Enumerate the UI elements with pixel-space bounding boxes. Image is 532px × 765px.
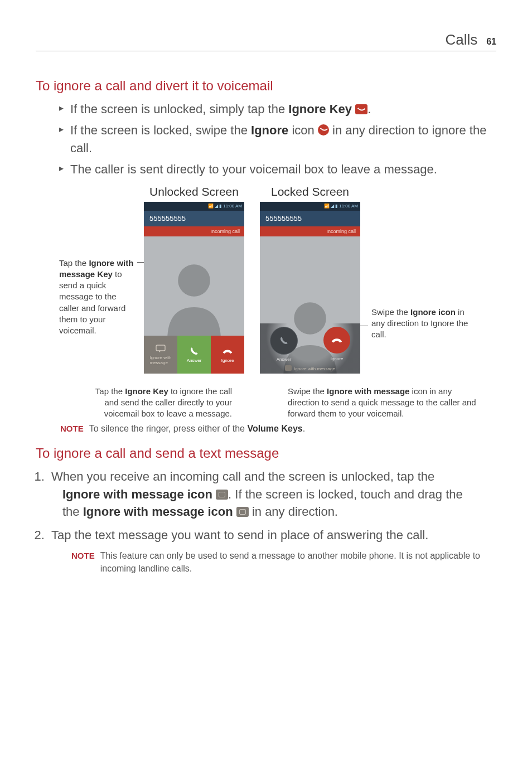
- status-time: 11:00 AM: [223, 204, 242, 209]
- page-header: Calls 61: [36, 31, 496, 51]
- message-icon: [285, 365, 292, 371]
- section-heading-text-message: To ignore a call and send a text message: [36, 446, 496, 461]
- ignore-label: Ignore: [323, 356, 350, 361]
- header-section: Calls: [445, 31, 477, 49]
- ignore-circle[interactable]: Ignore: [323, 327, 350, 354]
- phone-screenshot-locked: 📶 ◢ ▮ 11:00 AM 555555555 Incoming call A…: [260, 202, 360, 374]
- figure-row: Tap the Ignore with message Key to send …: [36, 185, 496, 374]
- figure-title-unlocked: Unlocked Screen: [149, 185, 239, 198]
- status-icons: 📶 ◢ ▮: [324, 204, 337, 209]
- ignore-with-message-button[interactable]: Ignore withmessage: [144, 336, 177, 374]
- bold-text: Ignore Key: [288, 102, 352, 116]
- section-heading-divert: To ignore a call and divert it to voicem…: [36, 78, 496, 94]
- annotation-swipe-ignore-with-message: Swipe the Ignore with message icon in an…: [254, 386, 478, 420]
- text: icon: [288, 123, 318, 137]
- note-silence-ringer: NOTE To silence the ringer, press either…: [60, 423, 496, 435]
- instruction-item: If the screen is unlocked, simply tap th…: [36, 100, 496, 118]
- status-bar: 📶 ◢ ▮ 11:00 AM: [260, 202, 360, 211]
- header-page-number: 61: [486, 37, 496, 47]
- annotation-ignore-with-message-key: Tap the Ignore with message Key to send …: [59, 258, 136, 337]
- ignore-circle-icon: [318, 124, 329, 135]
- step-item: Tap the text message you want to send in…: [48, 526, 496, 544]
- message-icon: [155, 343, 166, 354]
- answer-label: Answer: [270, 357, 297, 362]
- step-item: When you receive an incoming call and th…: [48, 468, 496, 521]
- ignore-key-icon: [355, 104, 367, 114]
- instruction-item: The caller is sent directly to your voic…: [36, 161, 496, 178]
- numbered-steps: When you receive an incoming call and th…: [36, 468, 496, 545]
- note-label: NOTE: [60, 423, 84, 435]
- svg-point-0: [178, 264, 210, 297]
- ignore-with-message-icon: [216, 490, 228, 500]
- annotation-swipe-ignore-icon: Swipe the Ignore icon in any direction t…: [371, 307, 473, 374]
- instruction-list: If the screen is unlocked, simply tap th…: [36, 100, 496, 178]
- hangup-icon: [222, 346, 233, 356]
- phone-screenshot-unlocked: 📶 ◢ ▮ 11:00 AM 555555555 Incoming call I…: [144, 202, 244, 374]
- text: The caller is sent directly to your voic…: [70, 162, 437, 176]
- caller-number: 555555555: [144, 211, 244, 226]
- incoming-call-label: Incoming call: [260, 226, 360, 236]
- answer-circle[interactable]: Answer: [270, 327, 298, 355]
- instruction-item: If the screen is locked, swipe the Ignor…: [36, 122, 496, 157]
- answer-button[interactable]: Answer: [177, 336, 211, 374]
- status-bar: 📶 ◢ ▮ 11:00 AM: [144, 202, 244, 211]
- ignore-with-message-swipe[interactable]: Ignore with message: [260, 365, 360, 371]
- ignore-button[interactable]: Ignore: [211, 336, 244, 374]
- note-label: NOTE: [71, 550, 95, 575]
- phone-icon: [188, 346, 200, 356]
- svg-rect-1: [156, 345, 165, 351]
- text: .: [367, 102, 371, 116]
- annotation-tap-ignore-key: Tap the Ignore Key to ignore the call an…: [84, 386, 239, 420]
- text: If the screen is unlocked, simply tap th…: [70, 102, 288, 116]
- text: If the screen is locked, swipe the: [70, 123, 251, 137]
- caller-number: 555555555: [260, 211, 360, 226]
- bold-text: Ignore: [251, 123, 288, 137]
- status-time: 11:00 AM: [339, 204, 358, 209]
- status-icons: 📶 ◢ ▮: [208, 204, 221, 209]
- figure-title-locked: Locked Screen: [271, 185, 349, 198]
- incoming-call-label: Incoming call: [144, 226, 244, 236]
- ignore-with-message-icon: [236, 507, 249, 517]
- caller-avatar: [144, 236, 244, 336]
- note-mobile-only: NOTE This feature can only be used to se…: [71, 550, 496, 575]
